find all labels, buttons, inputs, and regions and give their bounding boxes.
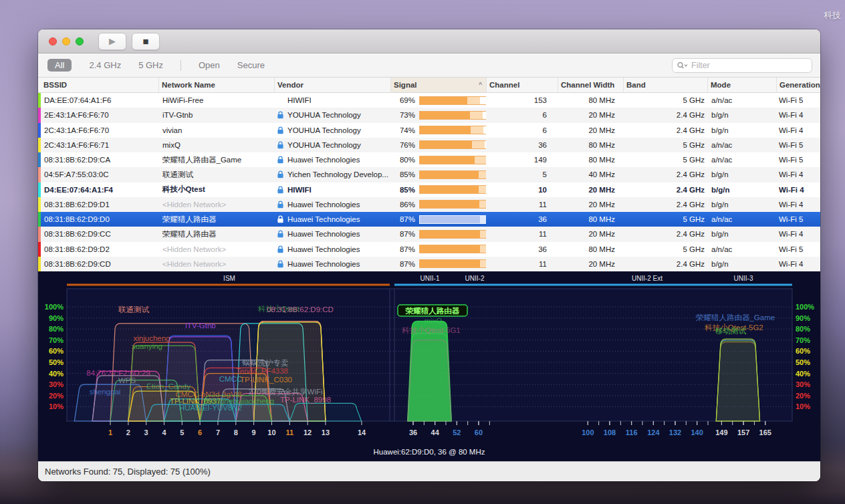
table-row[interactable]: 2C:43:1A:F6:F6:71 mixQ YOUHUA Technology… bbox=[38, 138, 820, 152]
cell-network-name: HiWiFi-Free bbox=[158, 96, 274, 104]
table-row[interactable]: 08:31:8B:62:D9:D2 <Hidden Network> Huawe… bbox=[38, 242, 820, 257]
x-axis-label: 9 bbox=[252, 428, 256, 436]
cell-network-name: iTV-Gtnb bbox=[158, 111, 274, 119]
cell-network-name: <Hidden Network> bbox=[158, 201, 274, 209]
table-row[interactable]: 2E:43:1A:F6:F6:70 iTV-Gtnb YOUHUA Techno… bbox=[38, 108, 820, 122]
column-header-band[interactable]: Band bbox=[623, 78, 707, 92]
column-header-network-name[interactable]: Network Name bbox=[158, 78, 274, 92]
signal-bar bbox=[419, 259, 486, 268]
cell-signal: 85% bbox=[390, 170, 486, 179]
signal-bar bbox=[419, 111, 486, 120]
table-row[interactable]: DA:EE:07:64:A1:F6 HiWiFi-Free HIWIFI 69%… bbox=[38, 93, 820, 108]
cell-mode: b/g/n bbox=[707, 111, 776, 119]
cell-signal: 87% bbox=[390, 215, 486, 224]
x-axis-label: 116 bbox=[626, 428, 638, 436]
filter-segment-5ghz[interactable]: 5 GHz bbox=[138, 60, 163, 70]
cell-generation: Wi-Fi 4 bbox=[776, 260, 820, 268]
scan-start-button[interactable]: ▶ bbox=[98, 33, 126, 50]
cell-network-name: 荣耀猎人路由器_Game bbox=[158, 155, 274, 165]
network-label: CMCC bbox=[219, 375, 243, 383]
wifi-scanner-window: ▶ ■ All 2.4 GHz 5 GHz Open Secure BSSID … bbox=[38, 29, 820, 481]
column-header-channel[interactable]: Channel bbox=[486, 78, 558, 92]
y-axis-label: 10% bbox=[796, 402, 810, 410]
vendor-text: YOUHUA Technology bbox=[287, 111, 361, 119]
column-header-bssid[interactable]: BSSID bbox=[41, 78, 158, 92]
spectrum-chart[interactable]: ISMUNII-1UNII-2UNII-2 ExtUNII-3100%100%9… bbox=[38, 271, 820, 461]
signal-percent: 74% bbox=[393, 126, 415, 134]
x-axis-label: 157 bbox=[737, 428, 749, 436]
network-label: xinjucheng bbox=[134, 334, 170, 342]
cell-signal: 74% bbox=[390, 126, 486, 134]
cell-vendor: YOUHUA Technology bbox=[274, 111, 390, 119]
x-axis-label: 36 bbox=[409, 428, 417, 436]
signal-percent: 87% bbox=[393, 215, 415, 223]
cell-bssid: 2E:43:1A:F6:F6:70 bbox=[41, 111, 158, 119]
lock-icon bbox=[277, 126, 284, 134]
table-row[interactable]: 08:31:8B:62:D9:D1 <Hidden Network> Huawe… bbox=[38, 197, 820, 212]
cell-generation: Wi-Fi 4 bbox=[776, 186, 820, 194]
cell-vendor: Huawei Technologies bbox=[274, 201, 390, 209]
vendor-text: YOUHUA Technology bbox=[287, 126, 361, 134]
lock-icon bbox=[277, 230, 284, 238]
column-header-mode[interactable]: Mode bbox=[707, 78, 776, 92]
cell-channel: 11 bbox=[486, 201, 558, 209]
table-row[interactable]: 08:31:8B:62:D9:D0 荣耀猎人路由器 Huawei Technol… bbox=[38, 212, 820, 227]
network-label: Tenda_EF4338 bbox=[236, 367, 288, 375]
network-label: TP-LINK_8998 bbox=[280, 396, 331, 404]
chevron-down-icon bbox=[685, 65, 687, 67]
cell-band: 2.4 GHz bbox=[623, 186, 707, 194]
network-label: 联通测试 bbox=[118, 305, 150, 313]
signal-bar bbox=[419, 140, 486, 149]
filter-input[interactable] bbox=[691, 61, 808, 70]
lock-icon bbox=[277, 215, 284, 223]
filter-segment-all[interactable]: All bbox=[47, 59, 72, 72]
filter-segment-secure[interactable]: Secure bbox=[237, 60, 265, 70]
network-label: 270免费安全共享WiFi bbox=[248, 388, 322, 396]
column-header-vendor[interactable]: Vendor bbox=[274, 78, 390, 92]
cell-channel: 11 bbox=[486, 260, 558, 268]
zoom-button[interactable] bbox=[76, 37, 84, 45]
cell-band: 5 GHz bbox=[623, 96, 707, 104]
cell-bssid: 2C:43:1A:F6:F6:71 bbox=[41, 141, 158, 149]
scan-stop-button[interactable]: ■ bbox=[132, 33, 160, 50]
filter-search-field[interactable] bbox=[672, 58, 812, 73]
cell-bssid: 08:31:8B:62:D9:D1 bbox=[41, 201, 158, 209]
cell-vendor: HIWIFI bbox=[274, 96, 390, 104]
minimize-button[interactable] bbox=[62, 37, 70, 45]
cell-band: 2.4 GHz bbox=[623, 111, 707, 119]
column-header-signal[interactable]: Signal ^ bbox=[390, 78, 486, 92]
cell-band: 5 GHz bbox=[623, 215, 707, 223]
signal-bar-fill bbox=[420, 231, 480, 238]
table-row[interactable]: 08:31:8B:62:D9:CA 荣耀猎人路由器_Game Huawei Te… bbox=[38, 152, 820, 167]
table-row[interactable]: 2C:43:1A:F6:F6:70 vivian YOUHUA Technolo… bbox=[38, 123, 820, 138]
network-label: 荣耀猎人路由器_Game bbox=[696, 313, 775, 322]
table-row[interactable]: D4:EE:07:64:A1:F4 科技小Qtest HIWIFI 85% 10… bbox=[38, 182, 820, 197]
table-row[interactable]: 08:31:8B:62:D9:CD <Hidden Network> Huawe… bbox=[38, 257, 820, 271]
x-axis-label: 132 bbox=[669, 428, 681, 436]
column-header-generation[interactable]: Generation bbox=[776, 78, 820, 92]
filter-segment-open[interactable]: Open bbox=[199, 60, 220, 70]
lock-icon bbox=[277, 156, 284, 164]
cell-channel-width: 20 MHz bbox=[558, 111, 623, 119]
x-axis-label: 44 bbox=[431, 428, 440, 436]
network-label: 蜗蜗洗护专卖 bbox=[243, 359, 289, 367]
y-axis-label: 30% bbox=[49, 380, 64, 388]
cell-channel: 5 bbox=[486, 170, 558, 178]
close-button[interactable] bbox=[49, 37, 57, 45]
cell-mode: a/n/ac bbox=[707, 245, 776, 253]
sort-ascending-icon: ^ bbox=[479, 82, 482, 89]
column-header-channel-width[interactable]: Channel Width bbox=[558, 78, 623, 92]
signal-percent: 69% bbox=[393, 96, 415, 104]
y-axis-label: 90% bbox=[796, 314, 810, 322]
signal-bar-fill bbox=[420, 260, 480, 267]
y-axis-label: 60% bbox=[49, 347, 64, 355]
signal-bar-fill bbox=[420, 156, 475, 164]
x-axis-label: 8 bbox=[234, 428, 238, 436]
signal-bar bbox=[419, 200, 486, 209]
cell-channel-width: 80 MHz bbox=[558, 245, 623, 253]
title-bar[interactable]: ▶ ■ bbox=[38, 29, 820, 53]
table-row[interactable]: 04:5F:A7:55:03:0C 联通测试 Yichen Technology… bbox=[38, 167, 820, 182]
filter-segment-24ghz[interactable]: 2.4 GHz bbox=[89, 60, 121, 70]
cell-bssid: 08:31:8B:62:D9:CD bbox=[41, 260, 158, 268]
table-row[interactable]: 08:31:8B:62:D9:CC 荣耀猎人路由器 Huawei Technol… bbox=[38, 227, 820, 241]
